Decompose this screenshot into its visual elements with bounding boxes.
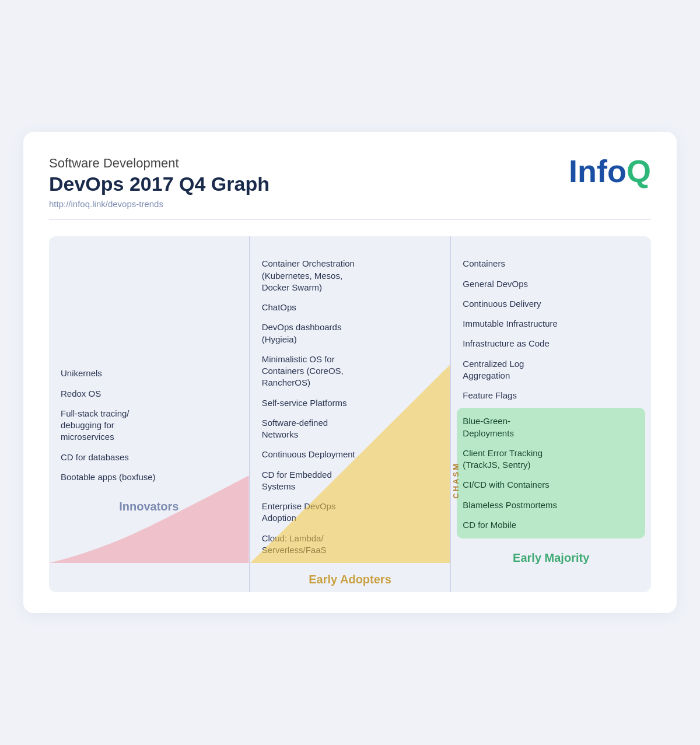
list-item: Enterprise DevOps Adoption bbox=[262, 496, 439, 529]
list-item: Feature Flags bbox=[463, 386, 639, 405]
list-item: Minimalistic OS for Containers (CoreOS, … bbox=[262, 349, 439, 393]
list-item: DevOps dashboards (Hygieia) bbox=[262, 317, 439, 349]
list-item: Continuous Deployment bbox=[262, 445, 439, 464]
list-item: CD for Embedded Systems bbox=[262, 465, 439, 497]
list-item: Immutable Infrastructure bbox=[463, 314, 639, 334]
logo-q: Q bbox=[626, 153, 651, 188]
header-subtitle: Software Development bbox=[49, 155, 270, 172]
list-item: Redox OS bbox=[61, 384, 237, 404]
list-item: Cloud: Lambda/ Serverless/FaaS bbox=[262, 529, 439, 561]
list-item: General DevOps bbox=[463, 274, 639, 294]
list-item: Bootable apps (boxfuse) bbox=[61, 467, 237, 487]
col-innovators: Unikernels Redox OS Full-stack tracing/ … bbox=[49, 236, 249, 592]
list-item: Self-service Platforms bbox=[262, 393, 439, 413]
header-link: http://infoq.link/devops-trends bbox=[49, 199, 270, 209]
green-section: Blue-Green- Deployments Client Error Tra… bbox=[457, 408, 645, 538]
list-item: Full-stack tracing/ debugging for micros… bbox=[61, 404, 237, 447]
early-majority-items: Containers General DevOps Continuous Del… bbox=[463, 254, 639, 538]
chasm-label: CHASM bbox=[452, 462, 460, 499]
list-item: Centralized Log Aggregation bbox=[463, 354, 639, 386]
columns-container: Unikernels Redox OS Full-stack tracing/ … bbox=[49, 236, 651, 592]
header-divider bbox=[49, 219, 651, 220]
logo-info: Info bbox=[569, 153, 626, 188]
list-item: Container Orchestration (Kubernetes, Mes… bbox=[262, 254, 439, 298]
early-adopters-content: Container Orchestration (Kubernetes, Mes… bbox=[262, 254, 439, 560]
header-title: DevOps 2017 Q4 Graph bbox=[49, 172, 270, 196]
list-item: CI/CD with Containers bbox=[463, 475, 639, 495]
list-item: Unikernels bbox=[61, 363, 237, 383]
list-item: Blameless Postmortems bbox=[463, 495, 639, 515]
early-majority-content: Containers General DevOps Continuous Del… bbox=[463, 254, 639, 538]
list-item: Containers bbox=[463, 254, 639, 274]
header: Software Development DevOps 2017 Q4 Grap… bbox=[49, 155, 651, 209]
early-majority-label: Early Majority bbox=[463, 543, 639, 571]
col-early-adopters: CHASM Container Orchestration (Kubernete… bbox=[250, 236, 450, 592]
list-item: Software-defined Networks bbox=[262, 413, 439, 445]
list-item: Infrastructure as Code bbox=[463, 334, 639, 354]
infoq-logo: InfoQ bbox=[569, 155, 651, 187]
list-item: Blue-Green- Deployments bbox=[463, 411, 639, 443]
list-item: Continuous Delivery bbox=[463, 294, 639, 314]
list-item: ChatOps bbox=[262, 298, 439, 317]
col-early-majority: Containers General DevOps Continuous Del… bbox=[451, 236, 651, 592]
main-card: Software Development DevOps 2017 Q4 Grap… bbox=[23, 132, 677, 613]
list-item: CD for Mobile bbox=[463, 515, 639, 535]
early-adopters-label: Early Adopters bbox=[262, 565, 439, 592]
innovators-label: Innovators bbox=[61, 492, 237, 519]
list-item: Client Error Tracking (TrackJS, Sentry) bbox=[463, 443, 639, 475]
early-adopters-items: Container Orchestration (Kubernetes, Mes… bbox=[262, 254, 439, 560]
innovators-items: Unikernels Redox OS Full-stack tracing/ … bbox=[61, 363, 237, 487]
list-item: CD for databases bbox=[61, 447, 237, 467]
header-left: Software Development DevOps 2017 Q4 Grap… bbox=[49, 155, 270, 209]
innovators-content: Unikernels Redox OS Full-stack tracing/ … bbox=[61, 363, 237, 487]
